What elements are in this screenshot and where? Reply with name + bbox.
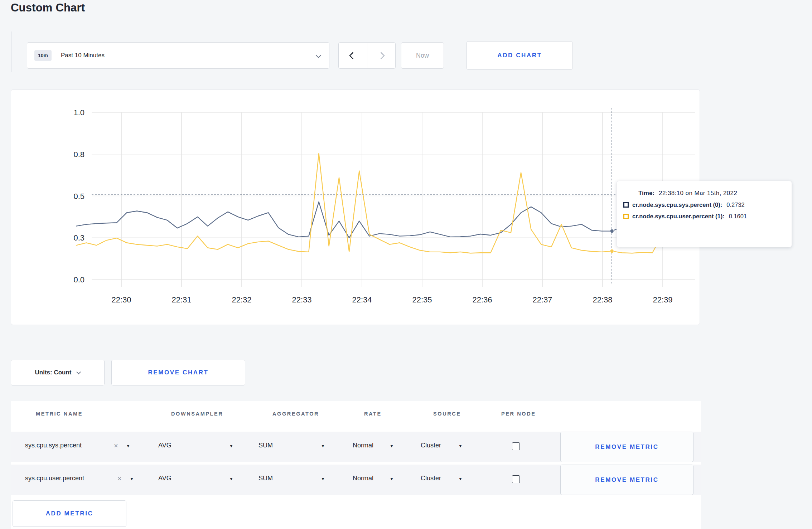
user-series-legend-icon <box>623 214 629 219</box>
tooltip-time-value: 22:38:10 on Mar 15th, 2022 <box>659 190 737 197</box>
rate-caret-icon[interactable]: ▼ <box>390 476 394 481</box>
col-header-rate: RATE <box>364 411 382 417</box>
add-chart-button[interactable]: ADD CHART <box>467 41 573 70</box>
x-axis-tick-label: 22:34 <box>352 295 372 304</box>
hover-point-sys <box>610 229 614 233</box>
time-nav-group <box>338 42 396 69</box>
table-row: sys.cpu.user.percent × ▼ AVG ▼ SUM ▼ Nor… <box>11 465 701 495</box>
time-window-label: Past 10 Minutes <box>61 52 105 59</box>
x-axis-tick-label: 22:30 <box>111 295 131 304</box>
x-axis-tick-label: 22:35 <box>412 295 432 304</box>
tooltip-time-row: Time: 22:38:10 on Mar 15th, 2022 <box>623 190 784 197</box>
chevron-down-icon <box>316 53 322 58</box>
now-button[interactable]: Now <box>401 42 444 69</box>
tooltip-series-name: cr.node.sys.cpu.user.percent (1): <box>632 213 725 220</box>
tooltip-series-value: 0.1601 <box>729 213 747 220</box>
chevron-down-icon <box>77 370 81 374</box>
aggregator-select[interactable]: SUM <box>258 475 273 482</box>
x-axis-tick-label: 22:36 <box>472 295 492 304</box>
tooltip-series-row: cr.node.sys.cpu.user.percent (1): 0.1601 <box>623 213 784 220</box>
chevron-right-icon <box>377 52 385 59</box>
page-title: Custom Chart <box>11 1 85 14</box>
source-select[interactable]: Cluster <box>421 442 441 449</box>
metric-caret-icon[interactable]: ▼ <box>126 443 130 448</box>
y-axis-tick-label: 0.5 <box>73 192 84 201</box>
y-axis-tick-label: 1.0 <box>73 108 84 117</box>
per-node-checkbox[interactable] <box>512 475 520 483</box>
downsampler-select[interactable]: AVG <box>158 442 171 449</box>
source-caret-icon[interactable]: ▼ <box>458 476 463 481</box>
x-axis-tick-label: 22:37 <box>532 295 552 304</box>
col-header-metric-name: METRIC NAME <box>36 411 83 417</box>
time-window-dropdown[interactable]: 10m Past 10 Minutes <box>27 42 329 69</box>
units-label: Units: Count <box>35 369 72 376</box>
aggregator-caret-icon[interactable]: ▼ <box>321 476 325 481</box>
time-back-button[interactable] <box>339 43 367 68</box>
tooltip-series-value: 0.2732 <box>726 202 744 208</box>
chart-svg: 0.00.30.50.81.022:3022:3122:3222:3322:34… <box>11 90 700 325</box>
sys-series-legend-icon <box>623 202 629 208</box>
col-header-source: SOURCE <box>433 411 461 417</box>
y-axis-tick-label: 0.8 <box>73 150 84 159</box>
rate-caret-icon[interactable]: ▼ <box>390 443 394 448</box>
aggregator-caret-icon[interactable]: ▼ <box>321 443 325 448</box>
aggregator-select[interactable]: SUM <box>258 442 273 449</box>
units-dropdown[interactable]: Units: Count <box>11 360 105 385</box>
col-header-downsampler: DOWNSAMPLER <box>171 411 223 417</box>
x-axis-tick-label: 22:39 <box>653 295 672 304</box>
clear-metric-icon[interactable]: × <box>117 475 122 483</box>
downsampler-caret-icon[interactable]: ▼ <box>229 443 233 448</box>
x-axis-tick-label: 22:32 <box>232 295 251 304</box>
custom-chart-page: Custom Chart 10m Past 10 Minutes Now ADD… <box>0 0 812 529</box>
table-row: sys.cpu.sys.percent × ▼ AVG ▼ SUM ▼ Norm… <box>11 432 701 462</box>
source-caret-icon[interactable]: ▼ <box>458 443 463 448</box>
metric-caret-icon[interactable]: ▼ <box>130 476 134 481</box>
series-line-sys <box>76 202 693 238</box>
tooltip-series-name: cr.node.sys.cpu.sys.percent (0): <box>632 202 722 208</box>
chevron-left-icon <box>349 52 357 59</box>
toolbar-accent-bar <box>11 31 11 72</box>
time-forward-button[interactable] <box>367 43 396 68</box>
chart-panel[interactable]: 0.00.30.50.81.022:3022:3122:3222:3322:34… <box>11 89 700 325</box>
tooltip-time-label: Time: <box>638 190 654 197</box>
metric-name-select[interactable]: sys.cpu.sys.percent <box>25 442 82 449</box>
remove-metric-button[interactable]: REMOVE METRIC <box>560 465 693 495</box>
hover-point-user <box>610 249 614 253</box>
x-axis-tick-label: 22:33 <box>292 295 311 304</box>
col-header-aggregator: AGGREGATOR <box>272 411 319 417</box>
remove-metric-button[interactable]: REMOVE METRIC <box>560 432 693 462</box>
x-axis-tick-label: 22:38 <box>593 295 612 304</box>
metric-name-select[interactable]: sys.cpu.user.percent <box>25 475 84 482</box>
chart-tooltip: Time: 22:38:10 on Mar 15th, 2022 cr.node… <box>617 181 792 247</box>
x-axis-tick-label: 22:31 <box>171 295 191 304</box>
clear-metric-icon[interactable]: × <box>114 442 118 450</box>
add-metric-button[interactable]: ADD METRIC <box>13 500 126 527</box>
rate-select[interactable]: Normal <box>353 442 373 449</box>
tooltip-series-row: cr.node.sys.cpu.sys.percent (0): 0.2732 <box>623 202 784 208</box>
rate-select[interactable]: Normal <box>353 475 373 482</box>
source-select[interactable]: Cluster <box>421 475 441 482</box>
time-window-badge: 10m <box>34 50 52 61</box>
downsampler-caret-icon[interactable]: ▼ <box>229 476 233 481</box>
remove-chart-button[interactable]: REMOVE CHART <box>111 360 245 385</box>
series-line-user <box>76 153 693 253</box>
y-axis-tick-label: 0.3 <box>73 233 84 242</box>
y-axis-tick-label: 0.0 <box>73 275 84 284</box>
col-header-per-node: PER NODE <box>501 411 536 417</box>
per-node-checkbox[interactable] <box>512 442 520 450</box>
downsampler-select[interactable]: AVG <box>158 475 171 482</box>
